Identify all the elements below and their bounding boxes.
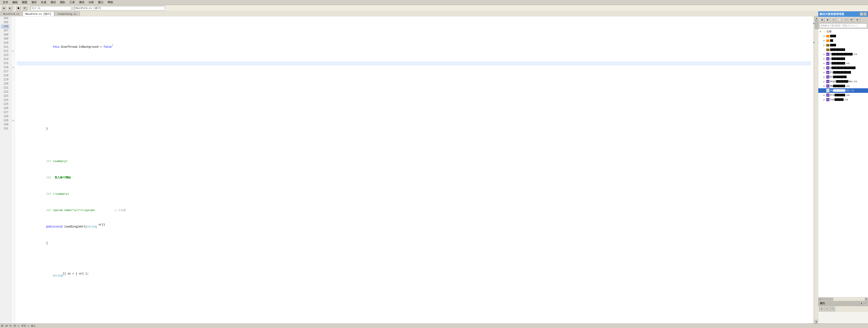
menu-team[interactable]: 团队 xyxy=(58,0,67,5)
code-line-112: /// <summary> xyxy=(17,159,811,163)
cs-icon-2: C# xyxy=(826,57,830,61)
expand-cs-4[interactable]: ▶ xyxy=(823,66,826,69)
panel-pin-button[interactable]: ─ xyxy=(860,12,863,16)
back-button[interactable]: ◀ xyxy=(1,6,6,11)
tree-cs-label-4: D████████████████ xyxy=(830,66,856,69)
code-area[interactable]: this.ScanThread.IsBackground = false; } xyxy=(15,16,813,324)
se-refresh-button[interactable]: ⟳ xyxy=(849,17,854,22)
refresh-button[interactable]: ⟳ xyxy=(22,6,28,11)
scroll-up-button[interactable]: ▲ xyxy=(815,16,818,20)
tree-cs-10[interactable]: ▶ C# Pre███████.cs xyxy=(818,93,868,97)
properties-close-button[interactable]: ✕ xyxy=(864,302,867,305)
h-scroll-track[interactable] xyxy=(822,298,865,301)
menu-build[interactable]: 生成 xyxy=(39,0,48,5)
tree-cs-5[interactable]: ▶ C# Fi████████████ xyxy=(818,70,868,75)
horizontal-scrollbar[interactable]: ◀ ▶ xyxy=(818,297,868,301)
solution-search-input[interactable]: 搜索解决方案资源管 理器(Ctrl+;) xyxy=(819,23,867,28)
code-content[interactable]: 104 105 106 107 108 109 110 111 112 113 … xyxy=(0,16,818,324)
tab-ysomething[interactable]: Ysomething.cs xyxy=(54,11,80,16)
expand-cs-10[interactable]: ▶ xyxy=(823,94,826,96)
expand-cs-6[interactable]: ▶ xyxy=(823,76,826,78)
fold-129[interactable]: ⊟ xyxy=(11,118,15,123)
tree-cs-11[interactable]: ▶ C# Yso██████.cs xyxy=(818,97,868,102)
line-num-116: 116 xyxy=(1,65,9,69)
tree-cs-label-1: C██████████████.cs xyxy=(830,53,857,56)
tree-cs-7[interactable]: ▶ C# HtpS████████Res.cs xyxy=(818,79,868,84)
tab-mainform-cs[interactable]: MainForm.cs xyxy=(0,11,23,16)
menu-window[interactable]: 窗口 xyxy=(96,0,105,5)
tree-cs-2[interactable]: ▶ C# C█████████ xyxy=(818,57,868,61)
tree-cs-6[interactable]: ▶ C# ht█████████ xyxy=(818,75,868,79)
vertical-scrollbar[interactable]: ▲ ▼ xyxy=(814,16,818,324)
location-path[interactable]: MainForm.cs [设计] xyxy=(74,6,165,10)
tree-item-3[interactable]: ▶ ████ xyxy=(818,43,868,48)
fold-112[interactable]: ⊟ xyxy=(11,49,15,53)
tree-cs-3[interactable]: ▶ C# C█████████.cs xyxy=(818,61,868,66)
scroll-thumb[interactable] xyxy=(815,20,818,29)
se-clock-button[interactable]: 🕐 xyxy=(837,17,842,22)
forward-button[interactable]: ▶ xyxy=(7,6,13,11)
menu-edit[interactable]: 编辑 xyxy=(10,0,20,5)
prop-categorize-button[interactable]: ⚡ xyxy=(825,307,830,311)
expand-cs-8[interactable]: ▶ xyxy=(823,85,826,87)
menu-analyze[interactable]: 分析 xyxy=(87,0,96,5)
scroll-left-button[interactable]: ◀ xyxy=(818,298,822,301)
tree-root[interactable]: ▶ ★ 引用 xyxy=(818,29,868,34)
line-num-130: 130 xyxy=(1,123,9,127)
menu-project[interactable]: 项目 xyxy=(30,0,39,5)
line-num-128: 128 xyxy=(1,114,9,118)
tree-label-4: ██████████ xyxy=(830,48,845,51)
tree-cs-4[interactable]: ▶ C# D████████████████ xyxy=(818,66,868,70)
line-num-114: 114 xyxy=(1,57,9,61)
tree-cs-8[interactable]: ▶ C# Ma████████.cs xyxy=(818,84,868,88)
expand-cs-9[interactable]: ▶ xyxy=(823,89,826,92)
prop-list-button[interactable]: ≡ xyxy=(819,307,824,311)
code-line-113: /// 导入单个网站 xyxy=(17,176,811,180)
code-line-109 xyxy=(17,110,811,114)
stop-button[interactable]: ⏹ xyxy=(16,6,21,11)
code-line-110: } xyxy=(17,127,811,131)
se-sync-button[interactable]: ↔ xyxy=(843,17,848,22)
solution-tree[interactable]: ▶ ★ 引用 ▶ ████ ▶ ██ ▶ ████ xyxy=(818,29,868,297)
menu-debug[interactable]: 调试 xyxy=(49,0,58,5)
menu-view[interactable]: 视图 xyxy=(20,0,29,5)
expand-cs-1[interactable]: ▶ xyxy=(823,53,826,56)
tree-cs-label-7: HtpS████████Res.cs xyxy=(830,80,857,83)
expand-1[interactable]: ▶ xyxy=(823,35,826,37)
code-line-117: { xyxy=(17,241,811,245)
tree-cs-9-highlighted[interactable]: ▶ C# Ma████████Dll.cs xyxy=(818,88,868,93)
menu-help[interactable]: 帮助 xyxy=(106,0,115,5)
scroll-right-button[interactable]: ▶ xyxy=(865,298,868,301)
right-panel: 解决方案资源管理器 ─ ✕ ◀ ▶ ⌂ 🕐 ↔ ⟳ ⊟ 搜索解决方案资源管 理器… xyxy=(818,11,868,324)
expand-cs-2[interactable]: ▶ xyxy=(823,57,826,60)
properties-expand-button[interactable]: ▲ xyxy=(860,302,863,305)
expand-3[interactable]: ▶ xyxy=(823,44,826,47)
fold-120 xyxy=(11,82,15,86)
se-collapse-button[interactable]: ⊟ xyxy=(855,17,860,22)
expand-cs-3[interactable]: ▶ xyxy=(823,62,826,65)
se-back-button[interactable]: ◀ xyxy=(819,17,825,22)
menu-tools[interactable]: 工具 xyxy=(68,0,77,5)
scroll-track[interactable] xyxy=(815,20,818,320)
expand-2[interactable]: ▶ xyxy=(823,39,826,42)
tree-item-2[interactable]: ▶ ██ xyxy=(818,38,868,43)
scroll-down-button[interactable]: ▼ xyxy=(815,320,818,324)
panel-close-button[interactable]: ✕ xyxy=(864,12,867,16)
tree-item-4[interactable]: ██████████ xyxy=(818,48,868,52)
expand-cs-7[interactable]: ▶ xyxy=(823,80,826,83)
se-forward-button[interactable]: ▶ xyxy=(825,17,831,22)
menu-test[interactable]: 测试 xyxy=(77,0,86,5)
prop-events-button[interactable]: 🔧 xyxy=(830,307,835,311)
expand-cs-11[interactable]: ▶ xyxy=(823,98,826,101)
tree-item-1[interactable]: ▶ ████ xyxy=(818,34,868,38)
h-scroll-thumb[interactable] xyxy=(822,298,833,301)
expand-4[interactable] xyxy=(823,48,826,51)
se-home-button[interactable]: ⌂ xyxy=(831,17,836,22)
expand-root[interactable]: ▶ xyxy=(819,30,822,33)
menu-file[interactable]: 文件 xyxy=(1,0,10,5)
tree-cs-1[interactable]: ▶ C# C██████████████.cs xyxy=(818,52,868,57)
toolbar-location[interactable]: 912 Ai xyxy=(30,6,71,10)
expand-cs-5[interactable]: ▶ xyxy=(823,71,826,74)
fold-116[interactable]: ⊟ xyxy=(11,65,15,69)
tab-mainform-design[interactable]: MainForm.cs [设计] xyxy=(23,11,54,16)
